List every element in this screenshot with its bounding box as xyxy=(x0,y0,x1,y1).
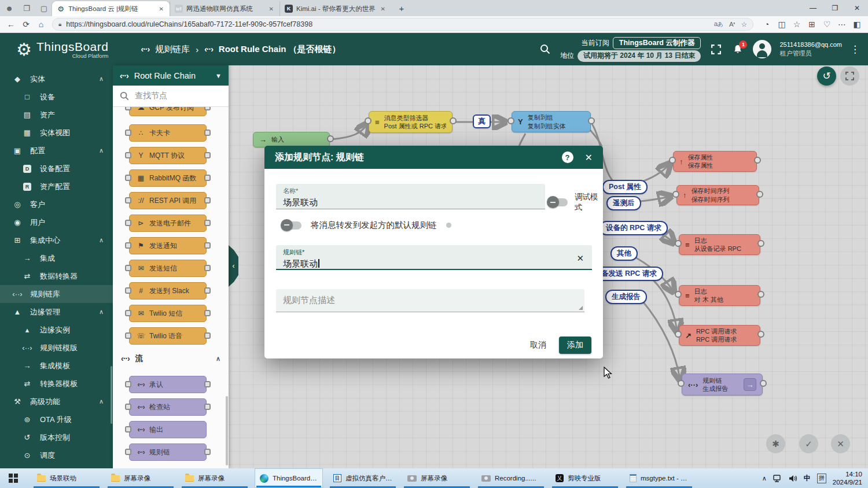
name-field[interactable]: 名称* 场景联动 xyxy=(276,184,545,209)
node-input-port[interactable] xyxy=(125,242,131,249)
node-output-port[interactable] xyxy=(204,265,211,271)
node-output-port[interactable] xyxy=(760,380,767,387)
ime-pinyin-icon[interactable]: 拼 xyxy=(817,474,826,483)
search-icon[interactable] xyxy=(538,44,552,54)
sidebar-item-设备配置[interactable]: D设备配置 xyxy=(0,160,113,178)
sidebar-item-集成[interactable]: →集成 xyxy=(0,249,113,267)
sidebar-item-集成中心[interactable]: ⊞集成中心∧ xyxy=(0,231,113,249)
taskbar-item-虚拟仿真客户端（...[interactable]: 目虚拟仿真客户端（... xyxy=(329,468,397,488)
sidebar-item-调度[interactable]: ⊙调度 xyxy=(0,446,113,464)
palette-node-发送短信[interactable]: ✉发送短信 xyxy=(129,260,207,277)
sidebar-item-数据转换器[interactable]: ⇄数据转换器 xyxy=(0,267,113,285)
taskbar-item-ThingsBoard 云 |...[interactable]: ThingsBoard 云 |... xyxy=(255,468,323,488)
node-output-port[interactable] xyxy=(204,130,211,136)
node-input-port[interactable] xyxy=(125,426,131,432)
address-bar[interactable]: 🔒︎ https://thingsboard.cloud/ruleChains/… xyxy=(52,18,753,31)
canvas-node-input[interactable]: →输入 xyxy=(253,132,330,147)
tab-actions-icon[interactable]: ▢ xyxy=(38,2,50,14)
back-button[interactable]: ← xyxy=(3,17,19,31)
node-output-port[interactable] xyxy=(757,291,764,298)
translate-icon[interactable]: aあ xyxy=(714,20,723,28)
palette-node-规则链[interactable]: ‹··›规则链 xyxy=(129,443,207,461)
taskbar-item-msgtype.txt - 记...[interactable]: msgtype.txt - 记... xyxy=(625,468,693,488)
node-input-port[interactable] xyxy=(125,175,131,181)
node-input-port[interactable] xyxy=(125,381,131,387)
sidebar-item-版本控制[interactable]: ↺版本控制 xyxy=(0,428,113,446)
taskbar-item-屏幕录像[interactable]: 屏幕录像 xyxy=(403,468,471,488)
sidebar-toggle-icon[interactable]: ◧ xyxy=(849,17,865,31)
palette-header[interactable]: ‹··› Root Rule Chain ▼ xyxy=(113,65,229,86)
node-output-port[interactable] xyxy=(204,242,211,249)
more-menu-icon[interactable]: ⋮ xyxy=(850,43,860,56)
browser-tab[interactable]: IoT网迅通物联网仿真系统✕ xyxy=(170,1,279,16)
palette-node-Twilio 语音[interactable]: ☏Twilio 语音 xyxy=(129,327,207,345)
node-input-port[interactable] xyxy=(125,107,131,110)
forward-toggle[interactable] xyxy=(282,221,301,230)
new-tab-button[interactable]: + xyxy=(395,1,409,15)
workspaces-icon[interactable]: ❐ xyxy=(21,2,32,14)
node-input-port[interactable] xyxy=(125,152,131,158)
node-output-port[interactable] xyxy=(204,107,211,110)
name-value[interactable]: 场景联动 xyxy=(283,197,538,208)
canvas-node-log-other[interactable]: ≡日志对 木 其他 xyxy=(679,285,760,306)
collections-icon[interactable]: ⊞ xyxy=(804,17,819,31)
node-input-port[interactable] xyxy=(125,404,131,410)
clock[interactable]: 14:10 2024/9/21 xyxy=(833,470,862,487)
canvas-fullscreen-button[interactable] xyxy=(840,66,859,86)
resize-handle[interactable] xyxy=(579,306,583,310)
breadcrumb-rule-chains[interactable]: 规则链库 xyxy=(155,44,190,55)
node-input-port[interactable] xyxy=(672,191,679,198)
node-output-port[interactable] xyxy=(588,117,595,124)
sidebar-scrollbar[interactable] xyxy=(111,366,112,424)
node-output-port[interactable] xyxy=(204,197,211,204)
notifications-bell-icon[interactable]: 1 xyxy=(731,44,745,54)
url-text[interactable]: https://thingsboard.cloud/ruleChains/165… xyxy=(66,20,708,28)
canvas-node-rule-chain-generate-report[interactable]: ‹··›规则链生成报告→ xyxy=(682,374,763,395)
node-output-port[interactable] xyxy=(757,240,764,247)
minimize-button[interactable]: — xyxy=(802,0,824,16)
taskbar-item-屏幕录像[interactable]: 屏幕录像 xyxy=(181,468,249,488)
dialog-close-icon[interactable]: ✕ xyxy=(585,152,593,163)
sidebar-item-资产[interactable]: ▤资产 xyxy=(0,106,113,124)
start-button[interactable] xyxy=(0,468,27,488)
network-icon[interactable] xyxy=(773,475,782,482)
sidebar-item-高级功能[interactable]: ⚒高级功能∧ xyxy=(0,393,113,411)
canvas-node-log-rpc-from-device[interactable]: ≡日志从设备记录 RPC xyxy=(679,234,760,255)
node-input-port[interactable] xyxy=(507,117,514,124)
palette-node-检查站[interactable]: ‹··›检查站 xyxy=(129,398,207,416)
tab-close-icon[interactable]: ✕ xyxy=(158,5,165,13)
volume-icon[interactable] xyxy=(789,475,797,482)
chevron-up-icon[interactable]: ∧ xyxy=(99,147,104,154)
node-output-port[interactable] xyxy=(757,331,764,338)
description-textarea[interactable]: 规则节点描述 xyxy=(276,289,584,312)
node-output-port[interactable] xyxy=(204,404,211,410)
node-input-port[interactable] xyxy=(675,291,682,298)
node-input-port[interactable] xyxy=(125,310,131,316)
taskbar-item-场景联动[interactable]: 场景联动 xyxy=(32,468,101,488)
palette-node-发送到 Slack[interactable]: #发送到 Slack xyxy=(129,282,207,300)
sidebar-item-规则链库[interactable]: ‹··›规则链库 xyxy=(0,285,113,303)
sidebar-item-转换器模板[interactable]: ⇄转换器模板 xyxy=(0,375,113,393)
sidebar-item-集成模板[interactable]: →集成模板 xyxy=(0,357,113,375)
node-output-port[interactable] xyxy=(204,175,211,181)
canvas-node-message-type-filter[interactable]: ≡消息类型筛选器Post 属性或 RPC 请求 xyxy=(369,111,453,133)
sidebar-item-配置[interactable]: ▣配置∧ xyxy=(0,142,113,160)
sidebar-item-客户[interactable]: ◎客户 xyxy=(0,195,113,213)
browser-tab[interactable]: KKimi.ai - 帮你看更大的世界✕ xyxy=(279,1,391,16)
version-history-button[interactable]: ↺ xyxy=(817,66,836,86)
clear-field-icon[interactable]: ✕ xyxy=(576,253,584,264)
canvas-node-save-attributes[interactable]: ↑保存属性保存属性 xyxy=(673,151,757,172)
avatar[interactable] xyxy=(753,40,771,58)
node-input-port[interactable] xyxy=(125,449,131,455)
node-input-port[interactable] xyxy=(365,117,372,124)
chevron-up-icon[interactable]: ∧ xyxy=(99,308,104,316)
chevron-down-icon[interactable]: ▼ xyxy=(215,72,222,79)
palette-node-输出[interactable]: ‹··›输出 xyxy=(129,421,207,438)
node-output-port[interactable] xyxy=(204,381,211,387)
node-input-port[interactable] xyxy=(125,220,131,226)
refresh-button[interactable]: ⟳ xyxy=(19,17,34,31)
sidebar-item-边缘实例[interactable]: ▴边缘实例 xyxy=(0,321,113,339)
node-input-port[interactable] xyxy=(125,130,131,136)
browser-tab[interactable]: ⚙ThingsBoard 云 |规则链✕ xyxy=(52,1,170,16)
open-rule-chain-icon[interactable]: → xyxy=(744,378,756,391)
